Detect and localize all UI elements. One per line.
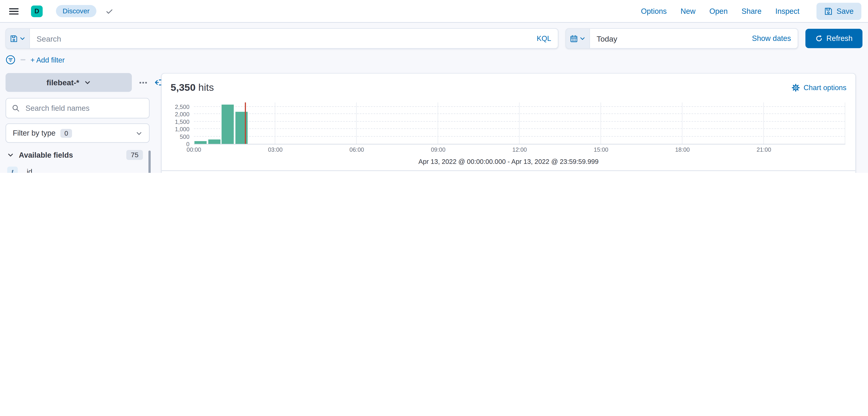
available-fields-header[interactable]: Available fields 75 <box>5 150 150 160</box>
chart-options-button[interactable]: Chart options <box>792 84 846 92</box>
open-button[interactable]: Open <box>709 7 728 15</box>
x-axis-tick: 18:00 <box>675 146 690 153</box>
x-axis-tick: 12:00 <box>512 146 527 153</box>
check-icon <box>105 7 114 15</box>
histogram-bar <box>194 141 207 144</box>
x-axis-tick: 06:00 <box>349 146 364 153</box>
inspect-button[interactable]: Inspect <box>775 7 800 15</box>
type-filter-count-badge: 0 <box>61 129 72 138</box>
x-axis-tick: 15:00 <box>594 146 608 153</box>
show-dates-button[interactable]: Show dates <box>752 34 798 42</box>
y-axis-tick: 2,500 <box>175 103 189 110</box>
fields-sidebar: filebeat-* Filter by type 0 <box>5 73 150 173</box>
field-name: _id <box>23 168 32 173</box>
new-button[interactable]: New <box>681 7 695 15</box>
menu-icon[interactable] <box>9 7 19 15</box>
chevron-down-icon <box>84 79 91 86</box>
search-icon <box>12 104 20 112</box>
x-axis-tick: 00:00 <box>187 146 201 153</box>
index-pattern-select[interactable]: filebeat-* <box>5 73 132 92</box>
x-axis-tick: 03:00 <box>268 146 282 153</box>
filter-divider <box>21 59 26 61</box>
chevron-down-icon <box>19 35 25 41</box>
x-axis-tick: 09:00 <box>431 146 445 153</box>
histogram-bar <box>221 105 234 144</box>
hits-count: 5,350hits <box>171 82 214 94</box>
query-bar: KQL <box>5 28 558 49</box>
options-button[interactable]: Options <box>641 7 667 15</box>
field-item[interactable]: t_id <box>5 164 150 173</box>
save-button[interactable]: Save <box>817 3 862 20</box>
table-header: Time Document <box>162 171 855 173</box>
histogram-chart[interactable]: 05001,0001,5002,0002,500 00:0003:0006:00… <box>167 102 846 154</box>
saved-query-menu-button[interactable] <box>6 29 30 48</box>
x-axis-tick: 21:00 <box>757 146 771 153</box>
refresh-button[interactable]: Refresh <box>805 29 863 48</box>
filter-by-type-select[interactable]: Filter by type 0 <box>5 124 150 143</box>
query-bar-row: KQL Today Show dates Refresh <box>0 23 868 49</box>
current-time-marker <box>245 102 246 144</box>
chart-plot-area[interactable] <box>194 102 845 144</box>
date-quick-select-button[interactable] <box>566 29 590 48</box>
date-picker: Today Show dates <box>565 28 798 49</box>
top-navigation-bar: D Discover Options New Open Share Inspec… <box>0 0 868 23</box>
y-axis-tick: 1,500 <box>175 118 189 125</box>
x-axis-labels: 00:0003:0006:0009:0012:0015:0018:0021:00 <box>194 146 845 154</box>
filter-icon[interactable] <box>5 55 16 65</box>
time-range-label: Apr 13, 2022 @ 00:00:00.000 - Apr 13, 20… <box>162 158 855 166</box>
content-area: filebeat-* Filter by type 0 <box>0 73 868 173</box>
y-axis-tick: 1,000 <box>175 126 189 132</box>
discover-app-icon[interactable]: D <box>31 5 43 17</box>
text-field-icon: t <box>7 167 18 173</box>
field-list: t_idt_index#_scoret_type@timestamptagent… <box>5 164 150 173</box>
field-search-box <box>5 98 150 118</box>
search-input[interactable] <box>30 34 537 43</box>
histogram-bar <box>208 140 220 144</box>
y-axis-labels: 05001,0001,5002,0002,500 <box>167 102 189 144</box>
kql-language-button[interactable]: KQL <box>537 34 558 42</box>
field-search-input[interactable] <box>24 103 144 113</box>
breadcrumb[interactable]: Discover <box>56 5 96 17</box>
filter-bar: + Add filter <box>0 49 868 66</box>
share-button[interactable]: Share <box>741 7 762 15</box>
chevron-down-icon <box>136 130 143 137</box>
discover-main-panel: 5,350hits Chart options 05001,0001,5002,… <box>161 73 856 173</box>
add-filter-button[interactable]: + Add filter <box>30 56 65 64</box>
date-range-value[interactable]: Today <box>590 34 752 43</box>
available-fields-count-badge: 75 <box>126 150 143 160</box>
discover-app: D Discover Options New Open Share Inspec… <box>0 0 868 173</box>
chevron-down-icon <box>7 152 14 158</box>
field-settings-icon[interactable] <box>139 78 147 86</box>
sidebar-scrollbar-thumb[interactable] <box>148 150 151 173</box>
chevron-down-icon <box>580 35 586 41</box>
gear-icon <box>792 84 800 92</box>
y-axis-tick: 2,000 <box>175 111 189 118</box>
y-axis-tick: 500 <box>180 133 189 140</box>
save-icon <box>824 7 833 15</box>
refresh-icon <box>815 35 823 42</box>
